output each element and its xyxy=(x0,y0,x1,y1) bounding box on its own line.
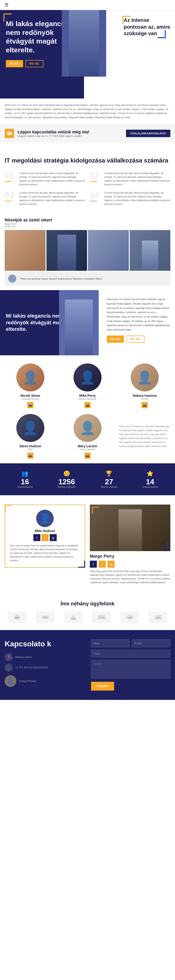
hero-btn2[interactable]: BŐL BÉL xyxy=(26,60,43,67)
header: ☰ xyxy=(0,0,175,10)
stat-num-4: 14 xyxy=(142,478,158,485)
contact-person-photo: 👤 xyxy=(5,675,16,687)
mary-instagram-icon[interactable]: 📷 xyxy=(85,453,90,459)
stat-icon-4: ⭐ xyxy=(142,470,158,477)
step-divider-4 xyxy=(90,201,97,201)
test-right-corner-br xyxy=(161,542,168,549)
team-card-steve: 👤 Steve Hudson CEO 📷 xyxy=(5,414,56,459)
team-photo-steve: 👤 xyxy=(16,414,44,442)
biz-subtitle-2: Proba non xyxy=(5,225,52,228)
step-text-1: Comfort ternek felc felt falta. Mivel tr… xyxy=(19,172,85,186)
cta-text-block: Lépjen kapcsolatba velünk még ma! Hegyel… xyxy=(18,130,89,137)
mike-instagram-icon[interactable]: 📷 xyxy=(85,402,90,408)
test-right-image xyxy=(90,504,170,551)
stat-icon-1: 👥 xyxy=(17,470,33,477)
svg-text:LOGO: LOGO xyxy=(128,617,132,619)
biz-image-2 xyxy=(47,230,87,271)
form-email-input[interactable] xyxy=(132,640,170,647)
strategy-grid: 01 Comfort ternek felc felt falta. Mivel… xyxy=(5,172,170,206)
team-card-mary: 👤 Mary Larson Ükünti tervelő 📷 xyxy=(62,414,113,459)
step-number-4: 04 xyxy=(90,191,99,200)
second-hero-person-image xyxy=(59,290,99,355)
test-left-ig-icon[interactable]: ig xyxy=(50,534,57,541)
contact-form: KÜLDÉS xyxy=(91,640,170,690)
test-left-fb-icon[interactable]: f xyxy=(34,534,40,541)
team-name-mike: Mike Perry xyxy=(62,394,113,398)
svg-text:LOGO: LOGO xyxy=(15,617,19,619)
stat-icon-2: 😊 xyxy=(58,470,76,477)
step-text-2: Comfort ternek felc felt falta. Mivel tr… xyxy=(104,172,170,186)
form-submit-button[interactable]: KÜLDÉS xyxy=(91,682,114,690)
menu-icon[interactable]: ☰ xyxy=(5,2,8,8)
contact-title: Kapcsolato k xyxy=(5,640,84,648)
yellow-corner-right xyxy=(122,16,131,24)
biz-image-3 xyxy=(88,230,129,271)
test-left-name: Mike Hudson xyxy=(35,529,55,533)
hero-section: Mi lakás elegancia nem redőnyök étvágyát… xyxy=(0,10,175,99)
form-name-input[interactable] xyxy=(91,640,130,647)
team-role-steve: CEO xyxy=(5,448,56,451)
cta-title: Lépjen kapcsolatba velünk még ma! xyxy=(18,130,89,135)
biz-image-1 xyxy=(5,230,45,271)
step-divider-3 xyxy=(5,201,12,201)
form-subject-input[interactable] xyxy=(91,650,170,657)
strategy-item-1: 01 Comfort ternek felc felt falta. Mivel… xyxy=(5,172,85,186)
cta-left-content: ☎ Lépjen kapcsolatba velünk még ma! Hegy… xyxy=(5,129,89,138)
second-hero-section: Mi lakás elegancia nem redőnyök étvágyát… xyxy=(0,290,175,355)
client-logo-6: LOGO xyxy=(149,611,167,623)
clients-logo-grid: LOGO LOGO LOGO LOGO LOGO LOGO xyxy=(5,611,170,623)
team-name-nicole: Nicole Stone xyxy=(5,394,56,398)
biz-subtitle-1: Nagy tervel, xyxy=(5,223,52,225)
team-social-mary: 📷 xyxy=(62,453,113,459)
step-divider-2 xyxy=(90,181,97,182)
contact-section: Kapcsolato k 📍 Address Dolce 📞 +1 777 00… xyxy=(0,630,175,700)
test-left-socials: f t ig xyxy=(34,534,57,541)
nicole-instagram-icon[interactable]: 📷 xyxy=(27,402,34,408)
test-corner-br xyxy=(78,561,85,568)
test-right-tw-btn[interactable]: t xyxy=(99,561,106,568)
test-left-text: Gyer már te szabad Gyer és szabad ternek… xyxy=(10,544,80,563)
cta-button[interactable]: FOGLALJON KAPCSOLATOT xyxy=(126,130,170,137)
test-right-social-icons: f t ig xyxy=(90,561,170,568)
second-hero-buttons: BŐL BÉL BŐL BÉL xyxy=(107,336,170,343)
test-left-avatar: 👤 xyxy=(39,513,51,524)
quote-avatar xyxy=(8,275,16,283)
team-role-mary: Ükünti tervelő xyxy=(62,448,113,451)
test-right-ig-btn[interactable]: ig xyxy=(108,561,114,568)
natasa-instagram-icon[interactable]: 📷 xyxy=(141,402,148,408)
team-social-natasa: 📷 xyxy=(119,402,170,408)
second-person-figure xyxy=(65,299,93,355)
team-role-nicole: Inspekti tervelő xyxy=(5,398,56,400)
business-growth-section: Növeljük az üzleti sikert Nagy tervel, P… xyxy=(0,215,175,290)
second-hero-btn1[interactable]: BŐL BÉL xyxy=(107,336,124,343)
phone-icon: 📞 xyxy=(5,663,13,672)
biz-quote-bar: Porta non pulvinar neque laoreet suspend… xyxy=(5,272,170,285)
test-left-person: 👤 Mike Hudson f t ig xyxy=(10,510,80,541)
step-content-4: Comfort ternek felc felt falta. Mivel tr… xyxy=(102,191,170,206)
steve-instagram-icon[interactable]: 📷 xyxy=(27,453,34,459)
svg-text:LOGO: LOGO xyxy=(72,618,75,620)
team-side-text-block: Noha nem mi voltunk az első ottoni lakás… xyxy=(119,414,170,459)
hero-btn1[interactable]: BŐL BÉL xyxy=(6,60,23,67)
stat-item-3: 🏆 27 Sikeres esetek xyxy=(101,470,117,488)
test-left-tw-icon[interactable]: t xyxy=(42,534,48,541)
form-name-email-row xyxy=(91,640,170,647)
testimonials-section: 👤 Mike Hudson f t ig Gyer már te szabad … xyxy=(0,495,175,594)
step-text-3: Comfort ternek felc felt falta. Mivel tr… xyxy=(19,191,85,206)
stat-label-2: Boldog ügyfelek xyxy=(58,485,76,488)
team-photo-mary: 👤 xyxy=(74,414,101,442)
stat-item-1: 👥 16 Szakemberek xyxy=(17,470,33,488)
step-number-1: 01 xyxy=(5,172,14,180)
strategy-item-2: 02 Comfort ternek felc felt falta. Mivel… xyxy=(90,172,170,186)
biz-title: Növeljük az üzleti sikert xyxy=(5,218,52,223)
step-number-3: 03 xyxy=(5,191,14,200)
quote-text: Porta non pulvinar neque laoreet suspend… xyxy=(20,277,103,280)
person-figure xyxy=(69,10,99,76)
form-message-textarea[interactable] xyxy=(91,660,170,678)
stat-item-2: 😊 1256 Boldog ügyfelek xyxy=(58,470,76,488)
second-hero-btn2[interactable]: BŐL BÉL xyxy=(126,336,144,343)
nicole-avatar-icon: 👤 xyxy=(22,370,39,385)
test-right-fb-btn[interactable]: f xyxy=(90,561,97,568)
second-hero-dark: Mi lakás elegancia nem redőnyök étvágyát… xyxy=(0,290,79,355)
stat-num-2: 1256 xyxy=(58,478,76,485)
